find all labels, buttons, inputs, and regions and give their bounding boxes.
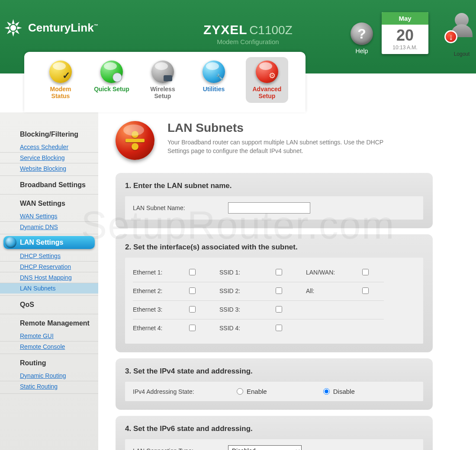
logout-badge-icon: ↓ xyxy=(444,30,457,43)
tab-modem-status[interactable]: ✓ Modem Status xyxy=(42,61,80,103)
logout-button[interactable]: ↓ Logout xyxy=(451,13,473,57)
brand-text: CenturyLink™ xyxy=(28,21,98,35)
sidebar-title-broadband: Broadband Settings xyxy=(0,176,98,192)
checkbox-ssid1[interactable] xyxy=(276,269,282,275)
label-ethernet2: Ethernet 2: xyxy=(133,282,189,301)
sidebar-link-dhcp-settings[interactable]: DHCP Settings xyxy=(0,251,98,262)
sidebar-title-blocking: Blocking/Filtering xyxy=(0,125,98,142)
checkbox-ssid4[interactable] xyxy=(276,325,282,331)
page-title: LAN Subnets xyxy=(167,121,392,135)
main-content: LAN Subnets Your Broadband router can su… xyxy=(98,112,476,450)
sidebar-link-dynamic-dns[interactable]: Dynamic DNS xyxy=(0,222,98,232)
ipv4-enable-option[interactable]: Enable xyxy=(237,388,267,395)
sidebar-link-remote-console[interactable]: Remote Console xyxy=(0,341,98,352)
lan-connection-type-select[interactable]: Disabled xyxy=(228,445,302,450)
label-ethernet1: Ethernet 1: xyxy=(133,264,189,282)
tab-quick-setup[interactable]: Quick Setup xyxy=(93,61,131,103)
label-ethernet3: Ethernet 3: xyxy=(133,301,189,319)
checkbox-ssid2[interactable] xyxy=(276,287,282,294)
sidebar-section-qos: QoS xyxy=(0,296,98,314)
help-icon: ? xyxy=(351,22,373,45)
tab-utilities[interactable]: 🔧 Utilities xyxy=(195,61,233,103)
label-ssid1: SSID 1: xyxy=(219,264,276,282)
lan-subnet-name-label: LAN Subnet Name: xyxy=(133,204,228,211)
sidebar-link-website-blocking[interactable]: Website Blocking xyxy=(0,163,98,174)
brand: CenturyLink™ xyxy=(3,18,98,38)
date-month: May xyxy=(382,12,428,25)
tab-advanced-setup[interactable]: ⚙ Advanced Setup xyxy=(246,57,288,103)
header: CenturyLink™ ZYXEL C1100Z Modem Configur… xyxy=(0,0,476,73)
sidebar-title-remote: Remote Management xyxy=(0,314,98,331)
ipv4-disable-radio[interactable] xyxy=(323,388,330,395)
sidebar-link-access-scheduler[interactable]: Access Scheduler xyxy=(0,142,98,153)
sidebar-section-remote: Remote Management Remote GUI Remote Cons… xyxy=(0,314,98,354)
sidebar-title-routing: Routing xyxy=(0,354,98,370)
step3-panel: 3. Set the IPv4 state and addressing. IP… xyxy=(116,358,433,410)
checkbox-lanwan[interactable] xyxy=(362,269,369,275)
label-ssid2: SSID 2: xyxy=(219,282,276,301)
brand-icon xyxy=(3,18,23,38)
svg-point-0 xyxy=(10,25,16,31)
label-all: All: xyxy=(306,282,362,301)
label-ssid4: SSID 4: xyxy=(219,319,276,338)
checkbox-ssid3[interactable] xyxy=(276,306,282,313)
sidebar-link-dynamic-routing[interactable]: Dynamic Routing xyxy=(0,370,98,381)
ipv4-state-label: IPv4 Addressing State: xyxy=(133,388,237,395)
checkbox-ethernet2[interactable] xyxy=(189,287,196,294)
sidebar-section-blocking: Blocking/Filtering Access Scheduler Serv… xyxy=(0,125,98,176)
sidebar-link-dns-host-mapping[interactable]: DNS Host Mapping xyxy=(0,272,98,283)
quick-setup-icon xyxy=(100,61,123,83)
lan-subnet-name-input[interactable] xyxy=(228,202,310,214)
page-icon xyxy=(116,121,154,160)
step2-title: 2. Set the interface(s) associated with … xyxy=(125,243,423,252)
step1-title: 1. Enter the LAN subnet name. xyxy=(125,182,423,190)
advanced-setup-icon: ⚙ xyxy=(256,61,278,83)
main-nav: ✓ Modem Status Quick Setup Wireless Setu… xyxy=(24,52,306,112)
modem-status-icon: ✓ xyxy=(49,61,72,83)
step3-title: 3. Set the IPv4 state and addressing. xyxy=(125,367,423,376)
sidebar-link-dhcp-reservation[interactable]: DHCP Reservation xyxy=(0,262,98,272)
label-ethernet4: Ethernet 4: xyxy=(133,319,189,338)
sidebar-section-lan: LAN Settings DHCP Settings DHCP Reservat… xyxy=(0,236,98,296)
sidebar-link-lan-subnets[interactable]: LAN Subnets xyxy=(0,283,98,294)
wireless-setup-icon xyxy=(151,61,174,83)
step1-panel: 1. Enter the LAN subnet name. LAN Subnet… xyxy=(116,173,433,228)
label-ssid3: SSID 3: xyxy=(219,301,276,319)
utilities-icon: 🔧 xyxy=(203,61,225,83)
sidebar: Blocking/Filtering Access Scheduler Serv… xyxy=(0,112,98,450)
label-lanwan: LAN/WAN: xyxy=(306,264,362,282)
checkbox-ethernet1[interactable] xyxy=(189,269,196,275)
help-button[interactable]: ? Help xyxy=(351,22,373,54)
date-time: 10:13 A.M. xyxy=(382,45,428,54)
sidebar-title-wan: WAN Settings xyxy=(0,195,98,211)
step4-title: 4. Set the IPv6 state and addressing. xyxy=(125,424,423,433)
sidebar-link-remote-gui[interactable]: Remote GUI xyxy=(0,331,98,341)
date-widget: May 20 10:13 A.M. xyxy=(382,12,428,54)
checkbox-all[interactable] xyxy=(362,287,369,294)
sidebar-title-qos: QoS xyxy=(0,296,98,312)
page-description: Your Broadband router can support multip… xyxy=(167,138,392,155)
ipv4-enable-radio[interactable] xyxy=(237,388,243,395)
device-title: ZYXEL C1100Z Modem Configuration xyxy=(203,22,293,45)
checkbox-ethernet4[interactable] xyxy=(189,325,196,331)
sidebar-title-lan[interactable]: LAN Settings xyxy=(3,236,95,249)
sidebar-section-routing: Routing Dynamic Routing Static Routing xyxy=(0,354,98,394)
avatar-icon: ↓ xyxy=(451,13,473,35)
checkbox-ethernet3[interactable] xyxy=(189,306,196,313)
sidebar-link-wan-settings[interactable]: WAN Settings xyxy=(0,211,98,222)
lan-connection-type-label: LAN Connection Type: xyxy=(133,447,228,450)
ipv4-disable-option[interactable]: Disable xyxy=(323,388,355,395)
sidebar-section-wan: WAN Settings WAN Settings Dynamic DNS xyxy=(0,195,98,234)
step4-panel: 4. Set the IPv6 state and addressing. LA… xyxy=(116,416,433,450)
sidebar-link-service-blocking[interactable]: Service Blocking xyxy=(0,153,98,163)
sidebar-section-broadband: Broadband Settings xyxy=(0,176,98,195)
tab-wireless-setup[interactable]: Wireless Setup xyxy=(144,61,182,103)
sidebar-link-static-routing[interactable]: Static Routing xyxy=(0,381,98,392)
step2-panel: 2. Set the interface(s) associated with … xyxy=(116,234,433,352)
date-day: 20 xyxy=(382,25,428,45)
